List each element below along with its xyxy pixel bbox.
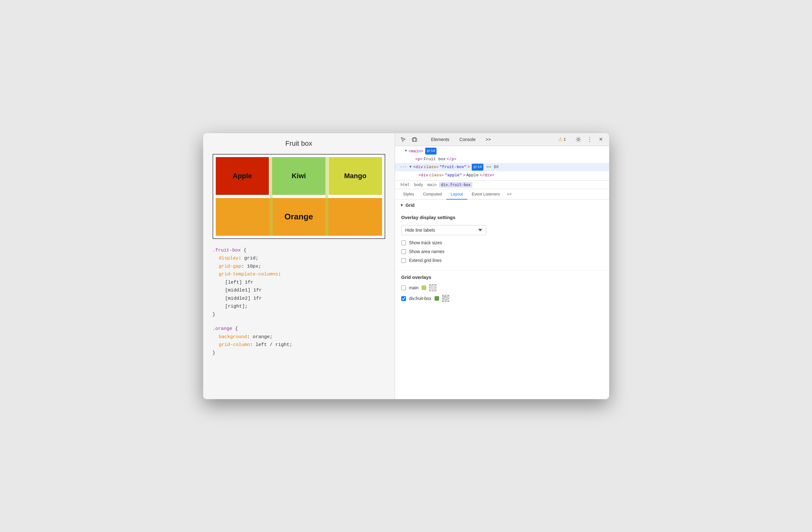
breadcrumb-div-fruitbox[interactable]: div.fruit-box	[439, 182, 472, 187]
breadcrumb-main[interactable]: main	[425, 182, 438, 187]
tab-elements[interactable]: Elements	[427, 136, 454, 143]
code-line: [middle1] 1fr	[225, 286, 385, 295]
css-selector: .fruit-box	[213, 248, 241, 253]
overlay-display-title: Overlay display settings	[401, 215, 603, 220]
code-line: [middle2] 1fr	[225, 295, 385, 303]
tree-line-apple[interactable]: <div class= "apple" > Apple </div>	[395, 171, 609, 179]
browser-window: Fruit box Apple Kiwi Mango Orange	[203, 133, 609, 399]
inspect-icon[interactable]	[399, 135, 408, 144]
fruit-grid: Apple Kiwi Mango Orange	[216, 157, 382, 236]
grid-section-header[interactable]: ▼ Grid	[395, 199, 609, 211]
mango-cell: Mango	[329, 157, 382, 195]
apple-cell: Apple	[216, 157, 269, 195]
breadcrumb: html body main div.fruit-box	[395, 181, 609, 189]
warning-badge: ⚠ 1	[558, 136, 566, 142]
code-line: grid-gap: 10px;	[219, 263, 385, 271]
fruit-grid-container: Apple Kiwi Mango Orange	[213, 154, 385, 239]
svg-rect-0	[412, 138, 417, 141]
code-block-fruit-box: .fruit-box { display: grid; grid-gap: 10…	[213, 247, 385, 319]
toolbar-right: ⚠ 1 ⋮ ✕	[558, 135, 605, 144]
svg-rect-8	[444, 296, 448, 300]
code-line: grid-column: left / right;	[219, 341, 385, 349]
device-toggle-icon[interactable]	[410, 135, 419, 144]
fruitbox-color-swatch[interactable]	[435, 296, 439, 300]
fruitbox-overlay-label[interactable]: div.fruit-box	[409, 296, 432, 301]
grid-overlays-title: Grid overlays	[401, 275, 603, 280]
svg-rect-3	[431, 286, 435, 290]
close-icon[interactable]: ✕	[597, 135, 605, 144]
layout-content: ▼ Grid Overlay display settings Hide lin…	[395, 199, 609, 399]
tree-line-fruit-box[interactable]: ··· ▼ <div class= "fruit-box" > grid == …	[395, 163, 609, 171]
devtools-tab-bar: Elements Console >>	[427, 136, 556, 143]
code-line: .fruit-box {	[213, 247, 385, 255]
breadcrumb-html[interactable]: html	[399, 182, 412, 187]
tab-more[interactable]: >>	[481, 136, 495, 143]
css-selector: .orange	[213, 326, 232, 332]
code-line: .orange {	[213, 325, 385, 333]
tab-layout[interactable]: Layout	[446, 189, 467, 199]
kiwi-cell: Kiwi	[272, 157, 325, 195]
grid-overlays-section: Grid overlays main	[395, 271, 609, 309]
code-line: background: orange;	[219, 333, 385, 341]
main-color-swatch[interactable]	[422, 285, 426, 290]
grid-badge[interactable]: grid	[425, 148, 436, 155]
page-title: Fruit box	[213, 139, 385, 148]
tree-arrow: ▼	[405, 148, 407, 154]
more-icon[interactable]: ⋮	[585, 135, 594, 144]
fruitbox-overlay-row: div.fruit-box	[401, 295, 603, 302]
code-block-orange: .orange { background: orange; grid-colum…	[213, 325, 385, 357]
extend-grid-lines-label[interactable]: Extend grid lines	[409, 258, 442, 263]
equals-badge: == $0	[487, 163, 499, 171]
show-area-names-row: Show area names	[401, 249, 603, 254]
svg-point-2	[577, 139, 579, 140]
tab-event-listeners[interactable]: Event Listeners	[467, 189, 505, 199]
breadcrumb-body[interactable]: body	[412, 182, 425, 187]
code-line: [right];	[225, 303, 385, 311]
grid-badge-fruitbox[interactable]: grid	[472, 164, 483, 171]
grid-section-title: Grid	[405, 203, 415, 208]
tree-line-main[interactable]: ▼ <main> grid	[395, 147, 609, 155]
devtools-panel: Elements Console >> ⚠ 1	[395, 133, 609, 399]
ellipsis-button[interactable]: ···	[399, 163, 408, 171]
line-labels-dropdown[interactable]: Hide line labels Show line labels Show a…	[401, 225, 486, 235]
main-overlay-label[interactable]: main	[409, 285, 419, 290]
warning-count: 1	[564, 137, 566, 142]
code-line: }	[213, 349, 385, 357]
show-area-names-checkbox[interactable]	[401, 249, 406, 254]
tab-console[interactable]: Console	[455, 136, 480, 143]
tab-styles[interactable]: Styles	[399, 189, 419, 199]
code-line: display: grid;	[219, 254, 385, 263]
main-overlay-icon[interactable]	[429, 284, 436, 291]
grid-section-arrow: ▼	[400, 203, 404, 208]
fruitbox-overlay-checkbox[interactable]	[401, 296, 406, 301]
orange-cell: Orange	[216, 198, 382, 236]
code-line: grid-template-columns:	[219, 270, 385, 279]
main-content: Fruit box Apple Kiwi Mango Orange	[203, 133, 609, 399]
devtools-toolbar: Elements Console >> ⚠ 1	[395, 133, 609, 146]
settings-icon[interactable]	[574, 135, 583, 144]
code-line: }	[213, 311, 385, 319]
tree-line-p[interactable]: <p> Fruit box </p>	[395, 155, 609, 163]
left-panel: Fruit box Apple Kiwi Mango Orange	[203, 133, 395, 399]
show-track-sizes-checkbox[interactable]	[401, 240, 406, 245]
fruitbox-overlay-icon[interactable]	[442, 295, 449, 302]
extend-grid-lines-row: Extend grid lines	[401, 258, 603, 263]
panel-tabs: Styles Computed Layout Event Listeners >…	[395, 189, 609, 199]
show-track-sizes-row: Show track sizes	[401, 240, 603, 245]
tab-computed[interactable]: Computed	[419, 189, 446, 199]
main-overlay-row: main	[401, 284, 603, 291]
code-line: [left] 1fr	[225, 279, 385, 287]
show-area-names-label[interactable]: Show area names	[409, 249, 445, 254]
grid-section-body: Overlay display settings Hide line label…	[395, 211, 609, 271]
tab-more[interactable]: >>	[505, 189, 514, 199]
main-overlay-checkbox[interactable]	[401, 285, 406, 290]
html-tree: ▼ <main> grid <p> Fruit box </p> ··· ▼ <…	[395, 146, 609, 181]
extend-grid-lines-checkbox[interactable]	[401, 258, 406, 263]
tree-arrow-fruit-box: ▼	[409, 164, 412, 170]
show-track-sizes-label[interactable]: Show track sizes	[409, 240, 442, 245]
warning-icon: ⚠	[558, 136, 563, 142]
